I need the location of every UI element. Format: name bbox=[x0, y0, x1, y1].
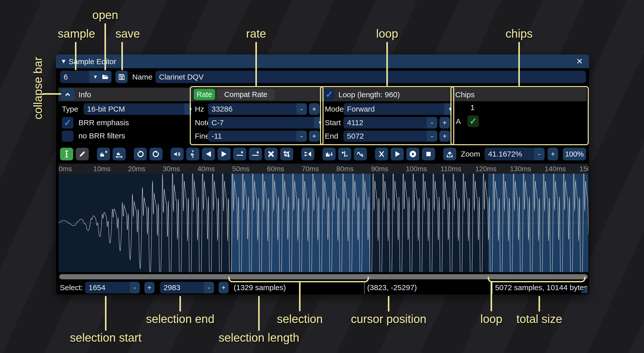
loop-start-plus-button[interactable]: + bbox=[439, 117, 450, 129]
apply-silence-button[interactable] bbox=[249, 148, 262, 160]
statusbar-divider bbox=[364, 282, 365, 294]
save-button[interactable] bbox=[116, 71, 128, 83]
open-button[interactable] bbox=[99, 71, 112, 83]
cross-thin-icon bbox=[377, 150, 386, 158]
fine-minus-button[interactable]: - bbox=[296, 131, 307, 142]
loop-start-minus-button[interactable]: - bbox=[427, 117, 437, 129]
type-label: Type bbox=[62, 103, 78, 115]
resize-button[interactable] bbox=[97, 148, 110, 160]
tab-compat-rate[interactable]: Compat Rate bbox=[217, 89, 275, 100]
edit-select-button[interactable] bbox=[60, 148, 73, 160]
import-button[interactable] bbox=[443, 148, 456, 160]
play-cursor-button[interactable] bbox=[406, 148, 419, 160]
crop-icon bbox=[282, 150, 291, 158]
selection-end-input[interactable]: 2983 bbox=[160, 282, 208, 293]
check-icon: ✓ bbox=[326, 90, 333, 99]
waveform-canvas[interactable] bbox=[59, 174, 588, 272]
selection-end-plus-button[interactable]: + bbox=[219, 282, 229, 293]
sample-select-value: 6 bbox=[64, 73, 68, 81]
selection-start-plus-button[interactable]: + bbox=[144, 282, 154, 293]
ruler-tick: 80ms bbox=[336, 164, 371, 174]
reverse-icon bbox=[304, 150, 312, 158]
chips-column-header: 1 bbox=[470, 103, 475, 112]
name-label: Name bbox=[132, 71, 152, 83]
hz-plus-button[interactable]: + bbox=[309, 103, 319, 115]
timeline-ruler[interactable]: 0ms10ms20ms30ms40ms50ms60ms70ms80ms90ms1… bbox=[59, 164, 588, 174]
window-titlebar[interactable]: ▼ Sample Editor ✕ bbox=[56, 55, 589, 68]
ruler-tick: 20ms bbox=[128, 164, 163, 174]
cross-bold-icon bbox=[267, 150, 275, 158]
close-icon[interactable]: ✕ bbox=[576, 57, 583, 66]
stop-button[interactable] bbox=[422, 148, 435, 160]
ruler-tick: 50ms bbox=[232, 164, 267, 174]
loop-mode-select[interactable]: Forward ▼ bbox=[343, 103, 457, 115]
trim-button[interactable] bbox=[280, 148, 293, 160]
fade-in-button[interactable] bbox=[202, 148, 215, 160]
zoom-value: 41.1672% bbox=[488, 150, 522, 158]
selection-start-input[interactable]: 1654 bbox=[85, 282, 135, 293]
loop-end-input[interactable]: 5072 bbox=[343, 131, 431, 142]
screen: ▼ Sample Editor ✕ 6 ▼ Name bbox=[0, 0, 644, 353]
preview-button[interactable] bbox=[391, 148, 404, 160]
fine-plus-button[interactable]: + bbox=[309, 131, 319, 142]
window-collapse-icon[interactable]: ▼ bbox=[61, 58, 67, 65]
chip-a-checkbox[interactable]: ✓ bbox=[467, 115, 479, 127]
delete-button[interactable] bbox=[264, 148, 278, 160]
sample-type-select[interactable]: 16-bit PCM ▼ bbox=[84, 103, 197, 115]
brr-emphasis-checkbox[interactable]: ✓ bbox=[62, 117, 73, 129]
tab-rate[interactable]: Rate bbox=[194, 89, 215, 100]
normalize-button[interactable] bbox=[186, 148, 199, 160]
sign-button[interactable] bbox=[338, 148, 351, 160]
redo-button[interactable] bbox=[149, 148, 163, 160]
fade-out-button[interactable] bbox=[218, 148, 231, 160]
annotation-loop-bottom: loop bbox=[480, 312, 502, 326]
fine-input[interactable]: -11 bbox=[208, 131, 301, 142]
sample-select[interactable]: 6 ▼ bbox=[60, 71, 102, 83]
insert-silence-button[interactable] bbox=[233, 148, 246, 160]
ruler-tick: 100ms bbox=[406, 164, 441, 174]
zoom-reset-button[interactable]: 100% bbox=[563, 148, 586, 160]
loop-end-value: 5072 bbox=[347, 132, 364, 140]
invert-button[interactable] bbox=[323, 148, 336, 160]
annotation-cursor-position-line bbox=[388, 296, 389, 312]
brr-emphasis-label: BRR emphasis bbox=[78, 117, 129, 129]
hz-input[interactable]: 33286 bbox=[208, 103, 301, 115]
resample-button[interactable] bbox=[113, 148, 126, 160]
loop-end-plus-button[interactable]: + bbox=[439, 131, 450, 142]
note-select[interactable]: C-7 ▼ bbox=[208, 117, 327, 129]
annotation-sample-line bbox=[75, 42, 76, 70]
reverse-button[interactable] bbox=[301, 148, 314, 160]
window-resize-grip[interactable] bbox=[581, 286, 588, 293]
zoom-input[interactable]: 41.1672% bbox=[485, 148, 538, 160]
plus-minus-icon bbox=[340, 150, 349, 158]
collapse-bar-button[interactable] bbox=[61, 89, 74, 100]
loop-start-label: Start bbox=[325, 117, 341, 129]
annotation-loop-top-line bbox=[386, 42, 388, 86]
zoom-in-button[interactable]: + bbox=[548, 148, 558, 160]
crossfade-button[interactable] bbox=[375, 148, 388, 160]
name-input[interactable]: Clarinet DQV bbox=[155, 71, 586, 83]
edit-draw-button[interactable] bbox=[76, 148, 89, 160]
hz-minus-button[interactable]: - bbox=[296, 103, 307, 115]
loop-checkbox[interactable]: ✓ bbox=[324, 89, 335, 100]
statusbar-divider bbox=[492, 282, 493, 294]
loop-start-input[interactable]: 4112 bbox=[343, 117, 431, 129]
undo-button[interactable] bbox=[134, 148, 147, 160]
sample-type-value: 16-bit PCM bbox=[87, 105, 125, 113]
annotation-rate: rate bbox=[246, 27, 266, 40]
volume-icon bbox=[173, 150, 181, 158]
annotation-selection-line bbox=[299, 281, 301, 311]
ruler-tick: 40ms bbox=[197, 164, 232, 174]
amplify-button[interactable] bbox=[171, 148, 184, 160]
tab-rate-label: Rate bbox=[197, 90, 212, 99]
undo-icon bbox=[136, 150, 145, 158]
filter-icon bbox=[356, 150, 365, 158]
loop-start-value: 4112 bbox=[347, 118, 363, 127]
filter-button[interactable] bbox=[354, 148, 367, 160]
selection-start-minus-button[interactable]: - bbox=[130, 282, 140, 293]
no-brr-filters-checkbox[interactable] bbox=[62, 131, 73, 142]
loop-end-minus-button[interactable]: - bbox=[427, 131, 437, 142]
zoom-out-button[interactable]: - bbox=[534, 148, 545, 160]
selection-end-minus-button[interactable]: - bbox=[204, 282, 214, 293]
annotation-selection-end: selection end bbox=[146, 312, 214, 326]
